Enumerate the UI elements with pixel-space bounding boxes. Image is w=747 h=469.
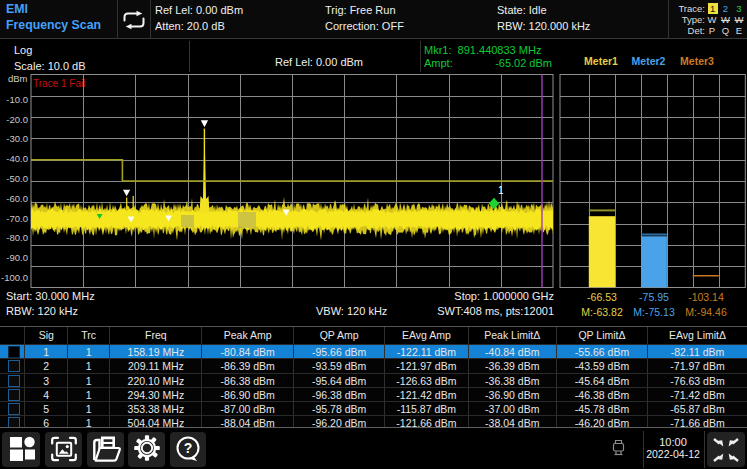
svg-text:-80.0: -80.0 (6, 232, 28, 243)
svg-text:-50.0: -50.0 (6, 173, 28, 184)
svg-text:-20.0: -20.0 (6, 114, 28, 125)
svg-text:-90.0: -90.0 (6, 252, 28, 263)
svg-text:-60.0: -60.0 (6, 193, 28, 204)
svg-text:-10.0: -10.0 (6, 94, 28, 105)
svg-text:1: 1 (498, 185, 504, 196)
svg-text:?: ? (184, 440, 193, 456)
svg-text:-100.0: -100.0 (1, 272, 28, 283)
svg-text:-30.0: -30.0 (6, 133, 28, 144)
svg-text:-40.0: -40.0 (6, 153, 28, 164)
svg-text:-70.0: -70.0 (6, 213, 28, 224)
